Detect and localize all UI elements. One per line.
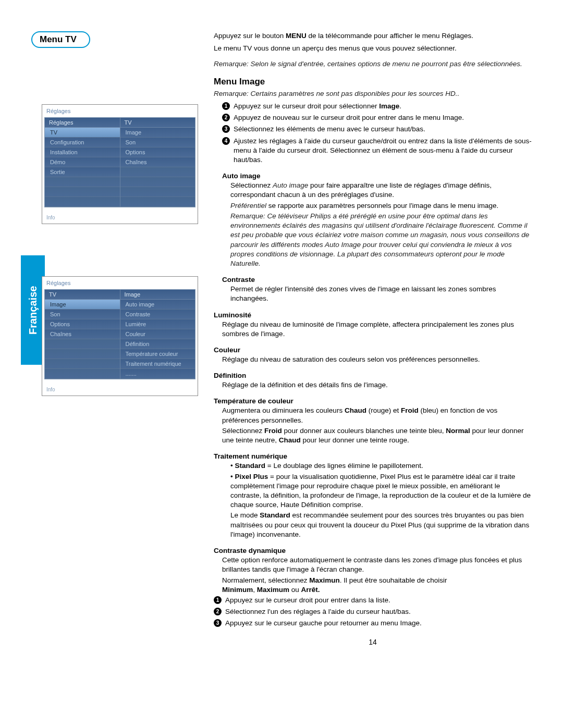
ss2-empty-row: [45, 369, 120, 379]
dyn-steps: 1Appuyez sur le curseur droit pour entre…: [214, 596, 532, 628]
ss1-col2-header: TV: [120, 118, 195, 128]
definition-heading: Définition: [214, 372, 532, 379]
ss1-title: Réglages: [44, 107, 195, 117]
ss1-empty-row: [45, 187, 120, 197]
ss2-col1-header: TV: [45, 290, 120, 300]
luminosite-heading: Luminosité: [214, 311, 532, 319]
text: se rapporte aux paramètres personnels po…: [266, 202, 498, 209]
text: . Il peut être souhaitable de choisir: [340, 576, 447, 584]
text: Appuyez sur le bouton: [214, 32, 286, 40]
ss1-col1-row: Démo: [45, 157, 120, 167]
text: = pour la visualisation quotidienne, Pix…: [230, 473, 531, 509]
page-number: 14: [214, 638, 532, 646]
text: Ajustez les réglages à l'aide du curseur…: [234, 137, 532, 164]
menu-image-steps: 1Appuyez sur le curseur droit pour sélec…: [214, 102, 532, 165]
section-title-pill: Menu TV: [31, 31, 90, 48]
traitement-bullets: • Standard = Le doublage des lignes élim…: [214, 461, 532, 510]
text: ,: [253, 586, 257, 594]
text: ou: [289, 586, 301, 594]
dyn-heading: Contraste dynamique: [214, 547, 532, 554]
text-bold: Arrêt.: [301, 586, 320, 594]
ss2-col1-row: Image: [45, 300, 120, 310]
left-column: Menu TV Réglages Réglages TV Configurati…: [31, 31, 198, 646]
ss1-empty-row: [120, 177, 195, 187]
ss2-col2-row: Lumière: [120, 319, 195, 329]
traitement-heading: Traitement numérique: [214, 452, 532, 460]
text: = Le doublage des lignes élimine le papi…: [265, 462, 423, 470]
contraste-heading: Contraste: [214, 276, 532, 283]
step-number-icon: 3: [214, 619, 222, 627]
text-bold: Image: [379, 102, 399, 110]
text-italic: Préférentiel: [230, 202, 266, 209]
ss2-col1-row: Options: [45, 319, 120, 329]
bullet-item: • Standard = Le doublage des lignes élim…: [230, 461, 532, 471]
text-bold: Froid: [401, 406, 419, 414]
ss1-empty-row: [45, 197, 120, 207]
ss1-col2-row: Son: [120, 138, 195, 147]
temp-heading: Température de couleur: [214, 397, 532, 405]
menu-image-heading: Menu Image: [214, 77, 532, 87]
step-item: 2Appuyez de nouveau sur le curseur droit…: [222, 113, 532, 122]
ss1-empty-row: [120, 197, 195, 207]
tv-menu-screenshot-2: Réglages TV Image Son Options Chaînes Im…: [42, 276, 198, 396]
ss2-col2-row: Contraste: [120, 310, 195, 319]
text: Appuyez sur le curseur droit pour sélect…: [234, 102, 379, 110]
couleur-body: Réglage du niveau de saturation des coul…: [214, 355, 532, 364]
page-container: Menu TV Réglages Réglages TV Configurati…: [0, 0, 563, 662]
text-bold: Pixel Plus: [235, 473, 268, 480]
ss1-col1-row: TV: [45, 128, 120, 138]
text: Le mode: [230, 511, 260, 519]
text: Appuyez sur le curseur gauche pour retou…: [225, 619, 422, 627]
ss2-empty-row: [45, 359, 120, 369]
ss2-col2-row: .......: [120, 369, 195, 379]
definition-body: Réglage de la définition et des détails …: [214, 380, 532, 390]
text: Sélectionnez l'un des réglages à l'aide …: [225, 608, 411, 615]
ss1-col2-row: Chaînes: [120, 157, 195, 167]
auto-image-p1: Sélectionnez Auto image pour faire appar…: [214, 181, 532, 200]
text: Naturelle: [230, 260, 259, 267]
step-item: 1Appuyez sur le curseur droit pour sélec…: [222, 102, 532, 111]
dyn-p2: Normalement, sélectionnez Maximun. Il pe…: [214, 576, 532, 595]
step-item: 2Sélectionnez l'un des réglages à l'aide…: [214, 607, 532, 616]
auto-image-p2: Préférentiel se rapporte aux paramètres …: [214, 201, 532, 211]
text: Remarque: Ce téléviseur Philips a été pr…: [230, 212, 529, 258]
ss1-col2-row: Options: [120, 147, 195, 157]
ss2-empty-row: [45, 339, 120, 349]
ss1-empty-row: [120, 167, 195, 177]
text-bold: Minimum: [222, 586, 253, 594]
temp-p1: Augmentera ou diminuera les couleurs Cha…: [214, 406, 532, 425]
intro-remark: Remarque: Selon le signal d'entrée, cert…: [214, 59, 532, 69]
ss1-col2-row: Image: [120, 128, 195, 138]
step-number-icon: 2: [222, 114, 230, 121]
ss2-empty-row: [45, 349, 120, 359]
text: pour donner aux couleurs blanches une te…: [282, 427, 446, 435]
contraste-body: Permet de régler l'intensité des zones v…: [214, 285, 532, 303]
ss2-info: Info: [44, 379, 195, 393]
luminosite-body: Réglage du niveau de luminosité de l'ima…: [214, 320, 532, 339]
ss1-info: Info: [44, 207, 195, 221]
temp-p2: Sélectionnez Froid pour donner aux coule…: [214, 426, 532, 445]
traitement-p3: Le mode Standard est recommandée seuleme…: [214, 511, 532, 539]
ss2-col2-row: Auto image: [120, 300, 195, 310]
ss2-title: Réglages: [44, 279, 195, 289]
text: pour leur donner une teinte rouge.: [301, 436, 409, 444]
ss2-col2-header: Image: [120, 290, 195, 300]
intro-line2: Le menu TV vous donne un aperçu des menu…: [214, 44, 532, 53]
bullet-item: • Pixel Plus = pour la visualisation quo…: [230, 472, 532, 510]
ss1-col1-header: Réglages: [45, 118, 120, 128]
text-bold: MENU: [286, 32, 307, 40]
step-number-icon: 1: [222, 102, 230, 110]
text-italic: Auto image: [273, 181, 308, 189]
text: Normalement, sélectionnez: [222, 576, 309, 584]
text-bold: Chaud: [279, 436, 301, 444]
text: .: [259, 260, 261, 267]
ss1-col1-row: Sortie: [45, 167, 120, 177]
text-bold: Froid: [264, 427, 282, 435]
auto-image-remark: Remarque: Ce téléviseur Philips a été pr…: [214, 212, 532, 268]
tv-menu-screenshot-1: Réglages Réglages TV Configuration Insta…: [42, 104, 198, 224]
intro-line1: Appuyez sur le bouton MENU de la télécom…: [214, 31, 532, 41]
ss2-col2-row: Température couleur: [120, 349, 195, 359]
text: (rouge) et: [366, 406, 401, 414]
text: .: [399, 102, 401, 110]
step-number-icon: 4: [222, 137, 230, 145]
